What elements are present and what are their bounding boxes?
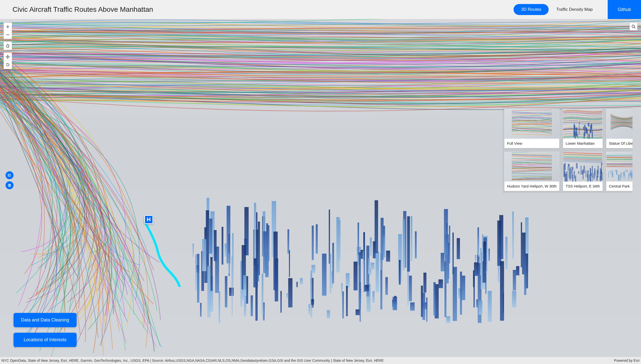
bookmark-thumbnail	[563, 152, 602, 181]
heliport-marker[interactable]: H	[144, 215, 153, 224]
svg-rect-46	[570, 168, 570, 180]
svg-rect-114	[628, 174, 629, 180]
svg-rect-16	[579, 125, 579, 134]
navigate-group	[4, 53, 12, 69]
legend-button[interactable]	[6, 171, 14, 179]
nav-traffic-density[interactable]: Traffic Density Map	[549, 4, 600, 15]
search-icon	[631, 25, 635, 29]
svg-rect-82	[593, 173, 595, 179]
bookmark-thumbnail	[563, 109, 602, 139]
pan-icon	[6, 55, 10, 59]
svg-rect-60	[581, 165, 581, 175]
svg-rect-78	[601, 163, 602, 174]
svg-rect-87	[632, 169, 632, 176]
left-mid-controls	[6, 171, 14, 189]
svg-rect-26	[584, 133, 585, 139]
attribution-text: NYC OpenData, State of New Jersey, Esri,…	[2, 358, 610, 362]
bookmark-card[interactable]: Central Park	[606, 152, 632, 191]
svg-rect-31	[584, 125, 585, 130]
bookmark-thumbnail	[606, 109, 632, 139]
data-cleaning-button[interactable]: Data and Data Cleaning	[14, 313, 77, 327]
attribution-bar: NYC OpenData, State of New Jersey, Esri,…	[0, 357, 641, 364]
svg-rect-69	[565, 173, 565, 181]
svg-rect-38	[594, 168, 595, 174]
svg-rect-25	[591, 125, 592, 129]
svg-rect-27	[588, 134, 590, 139]
svg-rect-90	[615, 170, 616, 172]
locations-button[interactable]: Locations of Interests	[14, 333, 77, 347]
bookmark-gallery[interactable]: Full View Lower Manhattan Statue Of Libe…	[502, 107, 632, 193]
pan-button[interactable]	[4, 53, 12, 61]
bookmark-label: Hudson Yard Heliport, W 30th	[505, 181, 559, 191]
svg-rect-29	[574, 125, 575, 129]
svg-rect-70	[602, 173, 602, 181]
svg-rect-117	[612, 170, 613, 177]
svg-point-3	[8, 176, 9, 176]
svg-rect-119	[627, 170, 628, 172]
svg-rect-62	[587, 174, 588, 181]
nav-3d-routes[interactable]: 3D Routes	[514, 4, 549, 15]
svg-rect-33	[576, 127, 577, 136]
svg-rect-120	[624, 172, 624, 176]
powered-by[interactable]: Powered by Esri	[610, 358, 639, 362]
svg-rect-75	[589, 175, 590, 180]
svg-rect-20	[592, 132, 593, 138]
svg-rect-61	[576, 163, 578, 168]
list-icon	[8, 173, 12, 177]
map-controls-left	[4, 23, 12, 69]
header-bar: Civic Aircraft Traffic Routes Above Manh…	[0, 0, 641, 19]
bookmark-thumbnail	[606, 152, 632, 181]
svg-rect-52	[567, 171, 568, 181]
manhattan-skyline	[192, 120, 545, 323]
svg-rect-97	[623, 172, 623, 179]
minus-icon	[6, 33, 10, 37]
svg-rect-76	[583, 169, 584, 179]
svg-rect-112	[610, 170, 611, 174]
bookmark-card[interactable]: TSS Heliport, E 34th	[563, 152, 603, 191]
bookmark-card[interactable]: Full View	[504, 109, 559, 148]
svg-rect-68	[564, 163, 566, 170]
rotate-button[interactable]	[4, 61, 12, 69]
layers-button[interactable]	[6, 181, 14, 189]
svg-rect-67	[578, 171, 579, 174]
svg-rect-79	[590, 168, 591, 181]
zoom-in-button[interactable]	[4, 23, 12, 31]
svg-rect-81	[568, 164, 569, 167]
svg-rect-55	[570, 167, 571, 179]
svg-rect-84	[608, 171, 609, 177]
svg-rect-73	[592, 166, 593, 177]
svg-rect-57	[600, 168, 601, 179]
bookmark-card[interactable]: Lower Manhattan	[563, 109, 603, 148]
plus-icon	[6, 25, 10, 29]
bottom-left-actions: Data and Data Cleaning Locations of Inte…	[14, 313, 77, 347]
search-button[interactable]	[629, 23, 637, 31]
svg-rect-71	[597, 165, 598, 174]
svg-rect-50	[585, 170, 586, 177]
svg-rect-32	[586, 127, 587, 133]
bookmark-label: Statue Of Liberty	[606, 139, 632, 148]
svg-point-2	[8, 175, 9, 175]
svg-rect-83	[568, 167, 568, 170]
page-title: Civic Aircraft Traffic Routes Above Manh…	[13, 6, 514, 14]
svg-rect-59	[583, 166, 585, 173]
bookmark-card[interactable]: Hudson Yard Heliport, W 30th	[504, 152, 559, 191]
bookmark-label: Lower Manhattan	[563, 139, 602, 148]
map-scene[interactable]: H	[0, 19, 641, 357]
svg-rect-49	[574, 171, 575, 174]
svg-rect-111	[611, 170, 612, 174]
map-controls-right	[629, 23, 637, 31]
svg-rect-22	[575, 132, 576, 139]
home-button[interactable]	[4, 42, 12, 50]
zoom-out-button[interactable]	[4, 31, 12, 39]
svg-point-1	[8, 174, 9, 174]
svg-rect-96	[631, 172, 632, 174]
layers-icon	[8, 183, 12, 187]
svg-rect-65	[587, 170, 589, 173]
bookmark-thumbnail	[505, 109, 559, 139]
bookmark-card[interactable]: Statue Of Liberty	[606, 109, 632, 148]
svg-rect-7	[587, 130, 588, 138]
bookmark-label: Central Park	[606, 181, 632, 191]
github-button[interactable]: Github	[608, 0, 641, 19]
svg-rect-17	[579, 122, 580, 124]
bookmark-label: TSS Heliport, E 34th	[563, 181, 602, 191]
